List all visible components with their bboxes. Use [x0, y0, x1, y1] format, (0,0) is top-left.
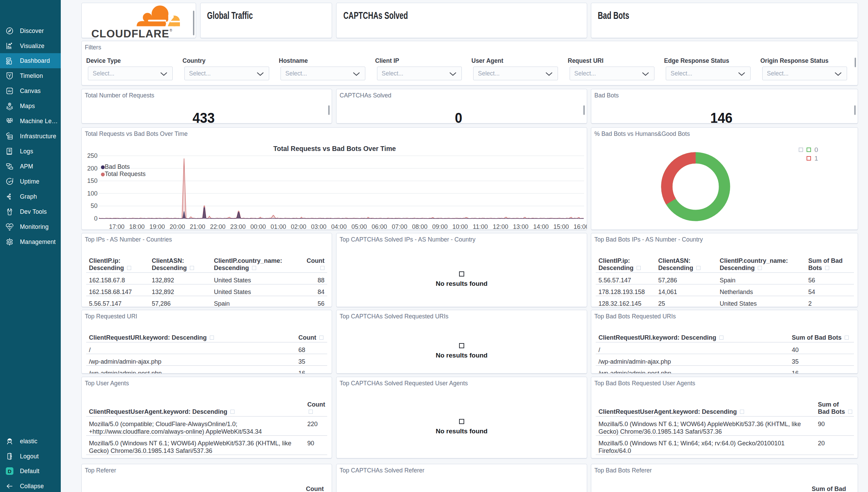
- svg-text:05:00: 05:00: [351, 223, 367, 230]
- svg-text:03:00: 03:00: [311, 223, 327, 230]
- svg-text:13:00: 13:00: [513, 223, 528, 230]
- svg-text:20:00: 20:00: [170, 223, 185, 230]
- svg-text:50: 50: [91, 202, 98, 209]
- svg-text:17:00: 17:00: [109, 223, 124, 230]
- svg-text:®: ®: [170, 28, 172, 32]
- svg-text:08:00: 08:00: [412, 223, 427, 230]
- svg-text:11:00: 11:00: [473, 223, 488, 230]
- svg-text:18:00: 18:00: [129, 223, 145, 230]
- svg-text:10:00: 10:00: [453, 223, 468, 230]
- svg-text:14:00: 14:00: [533, 223, 549, 230]
- svg-text:01:00: 01:00: [271, 223, 286, 230]
- svg-text:16:00: 16:00: [574, 223, 587, 230]
- svg-text:04:00: 04:00: [331, 223, 347, 230]
- svg-text:100: 100: [87, 190, 98, 197]
- svg-text:250: 250: [87, 152, 98, 159]
- svg-text:0: 0: [94, 215, 98, 222]
- svg-text:06:00: 06:00: [372, 223, 387, 230]
- svg-text:12:00: 12:00: [493, 223, 508, 230]
- svg-text:09:00: 09:00: [432, 223, 448, 230]
- svg-text:150: 150: [87, 177, 98, 184]
- svg-text:200: 200: [87, 165, 98, 172]
- svg-text:02:00: 02:00: [291, 223, 306, 230]
- svg-text:22:00: 22:00: [210, 223, 226, 230]
- svg-text:23:00: 23:00: [230, 223, 245, 230]
- svg-text:00:00: 00:00: [250, 223, 266, 230]
- svg-text:D: D: [8, 468, 12, 474]
- svg-text:21:00: 21:00: [190, 223, 205, 230]
- svg-text:15:00: 15:00: [553, 223, 569, 230]
- svg-text:19:00: 19:00: [149, 223, 165, 230]
- svg-text:07:00: 07:00: [392, 223, 407, 230]
- svg-text:CLOUDFLARE: CLOUDFLARE: [91, 27, 169, 38]
